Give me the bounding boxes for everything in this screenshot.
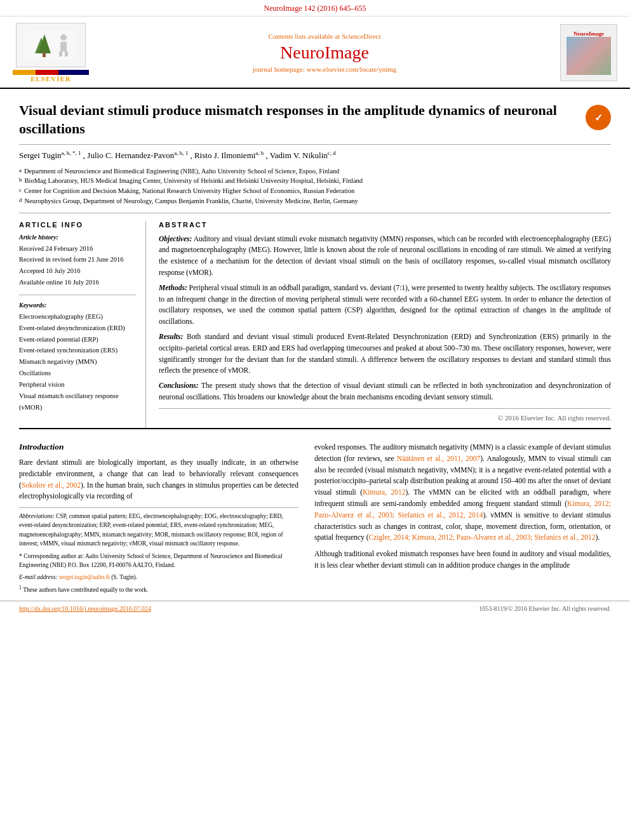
issn-text: 1053-8119/© 2016 Elsevier Inc. All right… — [479, 605, 611, 612]
copyright-line: © 2016 Elsevier Inc. All rights reserved… — [159, 408, 611, 428]
crossmark-icon: ✓ — [589, 108, 608, 127]
journal-reference: NeuroImage 142 (2016) 645–655 — [0, 0, 630, 17]
affil-a: a Department of Neuroscience and Biomedi… — [19, 166, 611, 177]
body-two-col: Introduction Rare deviant stimuli are bi… — [19, 436, 611, 594]
article-title-section: Visual deviant stimuli produce mismatch … — [19, 89, 611, 145]
article-info-abstract: ARTICLE INFO Article history: Received 2… — [19, 213, 611, 428]
article-history-label: Article history: — [19, 234, 136, 241]
article-dates: Received 24 February 2016 Received in re… — [19, 243, 136, 295]
abstract-objectives: Objectives: Auditory and visual deviant … — [159, 234, 611, 279]
svg-rect-0 — [25, 31, 76, 60]
crossmark-badge: ✓ — [586, 105, 611, 130]
svg-rect-7 — [65, 51, 68, 57]
footnote-section: Abbreviations: CSP, common spatial patte… — [19, 507, 298, 594]
journal-homepage: journal homepage: www.elsevier.com/locat… — [89, 65, 560, 73]
neuroimage-badge-image — [566, 37, 611, 75]
sciencedirect-link: Contents lists available at ScienceDirec… — [89, 32, 560, 40]
neuroimage-badge: NeuroImage — [560, 24, 617, 81]
abstract-column: ABSTRACT Objectives: Auditory and visual… — [159, 221, 611, 428]
abstract-text: Objectives: Auditory and visual deviant … — [159, 234, 611, 403]
affil-b: b BioMag Laboratory, HUS Medical Imaging… — [19, 176, 611, 186]
doi-link[interactable]: http://dx.doi.org/10.1016/j.neuroimage.2… — [19, 605, 151, 612]
journal-title: NeuroImage — [89, 43, 560, 63]
intro-heading: Introduction — [19, 442, 298, 452]
abstract-results: Results: Both standard and deviant visua… — [159, 331, 611, 377]
naatanen-ref-link[interactable]: Näätänen et al., 2011, 2007 — [397, 455, 480, 462]
body-content: Introduction Rare deviant stimuli are bi… — [19, 428, 611, 594]
article-title: Visual deviant stimuli produce mismatch … — [19, 102, 586, 138]
keywords-label: Keywords: — [19, 302, 136, 309]
footnote-corresponding: * Corresponding author at: Aalto Univers… — [19, 552, 298, 570]
keywords-list: Electroencephalography (EEG) Event-relat… — [19, 311, 136, 413]
footnote-abbreviations: Abbreviations: CSP, common spatial patte… — [19, 512, 298, 548]
authors-line: Sergei Tugina, b, *, 1 , Julio C. Hernan… — [19, 145, 611, 163]
kimura-pazo-ref-link[interactable]: Kimura, 2012; Pazo-Alvarez et al., 2003;… — [314, 500, 611, 519]
body-intro-text: Rare deviant stimuli are biologically im… — [19, 457, 298, 502]
abstract-label: ABSTRACT — [159, 221, 611, 229]
footnote-equal-contribution: 1 These authors have contributed equally… — [19, 584, 298, 594]
journal-ref-text: NeuroImage 142 (2016) 645–655 — [264, 4, 366, 13]
article-info-column: ARTICLE INFO Article history: Received 2… — [19, 221, 146, 428]
affil-c: c Center for Cognition and Decision Maki… — [19, 186, 611, 196]
body-right-text: evoked responses. The auditory mismatch … — [314, 442, 611, 571]
czigler-ref-link[interactable]: Czigler, 2014; Kimura, 2012; Pazo-Alvare… — [369, 533, 596, 541]
kimura-ref-link[interactable]: Kimura, 2012 — [363, 488, 405, 496]
footnote-email: E-mail address: sergei.tugin@aalto.fi (S… — [19, 573, 298, 582]
email-link[interactable]: sergei.tugin@aalto.fi — [59, 574, 110, 580]
elsevier-stripe — [13, 70, 89, 75]
article-content: Visual deviant stimuli produce mismatch … — [0, 89, 630, 594]
sokolov-ref-link[interactable]: Sokolov et al., 2002 — [22, 481, 81, 489]
abstract-methods: Methods: Peripheral visual stimuli in an… — [159, 283, 611, 328]
elsevier-tree-icon — [22, 28, 79, 63]
body-left-col: Introduction Rare deviant stimuli are bi… — [19, 442, 298, 594]
svg-rect-6 — [59, 51, 62, 57]
svg-text:✓: ✓ — [594, 112, 603, 123]
affil-d: d Neurophysics Group, Department of Neur… — [19, 196, 611, 206]
body-right-col: evoked responses. The auditory mismatch … — [314, 442, 611, 594]
article-info-label: ARTICLE INFO — [19, 221, 136, 229]
svg-point-4 — [60, 34, 67, 41]
elsevier-logo-box — [16, 23, 86, 67]
elsevier-logo: ELSEVIER — [13, 23, 89, 83]
elsevier-text-label: ELSEVIER — [30, 75, 71, 83]
journal-header: ELSEVIER Contents lists available at Sci… — [0, 17, 630, 89]
page-footer: http://dx.doi.org/10.1016/j.neuroimage.2… — [0, 601, 630, 616]
abstract-conclusions: Conclusions: The present study shows tha… — [159, 380, 611, 403]
affiliations: a Department of Neuroscience and Biomedi… — [19, 164, 611, 213]
svg-rect-3 — [43, 52, 46, 57]
svg-rect-5 — [60, 42, 67, 51]
journal-center: Contents lists available at ScienceDirec… — [89, 32, 560, 73]
